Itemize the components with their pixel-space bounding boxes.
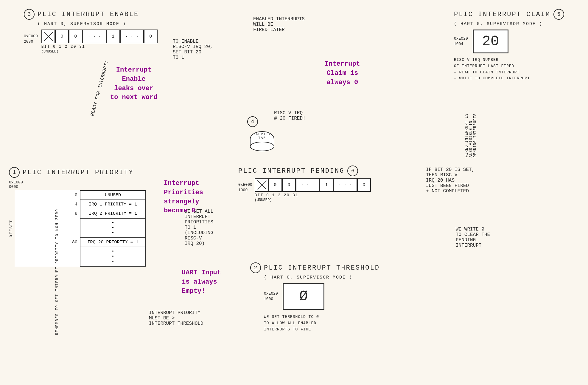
priority-side-note: REMEMBER TO SET INTERRUPT PRIORITY TO NO…	[55, 209, 59, 335]
section-interrupt-enable: 3 PLIC INTERRUPT ENABLE ( HART 0, SUPERV…	[24, 9, 158, 54]
enable-title: PLIC INTERRUPT ENABLE	[38, 11, 139, 18]
enable-reg-cell-20: 1	[106, 30, 120, 43]
enabled-interrupts-note: ENABLED INTERRUPTSWILL BEFIRED LATER	[253, 16, 305, 33]
circle-5: 5	[553, 9, 564, 20]
offset-0: 0	[15, 191, 80, 200]
table-row: 4 IRQ 1 PRIORITY = 1	[15, 200, 146, 209]
section-interrupt-priority: 1 PLIC INTERRUPT PRIORITY 0xE0000000 OFF…	[9, 167, 146, 267]
claim-irq-note: RISC-V IRQ NUMBEROF INTERRUPT LAST FIRED…	[454, 57, 564, 82]
offset-8: 8	[15, 209, 80, 218]
table-row: •••	[15, 247, 146, 266]
row-irq1: IRQ 1 PRIORITY = 1	[80, 200, 146, 209]
offset-dots1	[15, 218, 80, 238]
write-0-note: WE WRITE ØTO CLEAR THEPENDINGINTERRUPT	[456, 227, 490, 248]
threshold-value: Ø	[299, 288, 308, 304]
claim-subtitle: ( HART 0, SUPERVISOR MODE )	[454, 21, 564, 27]
pending-unused: (UNUSED)	[255, 198, 371, 202]
pending-address: 0xE0001000	[238, 182, 252, 193]
priority-table: 0 UNUSED 4 IRQ 1 PRIORITY = 1 8 IRQ 2 PR…	[15, 190, 146, 267]
pending-reg-dots2: · · ·	[333, 178, 357, 192]
claim-value: 20	[482, 33, 499, 50]
button-label: TAPPITYTAP	[253, 132, 271, 140]
main-page: 3 PLIC INTERRUPT ENABLE ( HART 0, SUPERV…	[0, 0, 588, 385]
section-interrupt-threshold: 2 PLIC INTERRUPT THRESHOLD ( HART 0, SUP…	[250, 262, 380, 333]
threshold-address: 0xE0201000	[264, 291, 278, 302]
offset-4: 4	[15, 200, 80, 209]
pending-reg-cell-31: 0	[357, 178, 371, 192]
interrupt-claim-label: InterruptClaim isalways 0	[325, 60, 360, 87]
uart-label: UART Inputis alwaysEmpty!	[182, 268, 221, 296]
threshold-subtitle: ( HART 0, SUPERVISOR MODE )	[264, 275, 380, 280]
pending-reg-cell-1: 0	[268, 178, 282, 192]
threshold-note: WE SET THRESHOLD TO ØTO ALLOW ALL ENABLE…	[264, 314, 380, 333]
claim-address: 0xE0201004	[454, 36, 468, 47]
section-interrupt-pending: PLIC INTERRUPT PENDING 6 0xE0001000 0 0 …	[238, 166, 371, 202]
enable-reg-cell-2: 0	[69, 30, 83, 43]
pending-reg-cell-2: 0	[282, 178, 296, 192]
enable-address: 0xE0002080	[24, 34, 38, 44]
offset-label: OFFSET	[9, 220, 13, 237]
claim-title: PLIC INTERRUPT CLAIM	[454, 11, 550, 18]
circle-3: 3	[24, 9, 35, 20]
table-row: 0 UNUSED	[15, 191, 146, 200]
enable-reg-cell-31: 0	[144, 30, 158, 43]
row-dots1: •••	[80, 218, 146, 238]
ready-for-interrupt: READY FOR INTERRUPT!	[90, 60, 110, 117]
circle-6: 6	[347, 166, 358, 176]
fired-interrupt-note: FIRED INTERRUPT ISALSO VISIBLE INPENDING…	[465, 113, 477, 157]
enable-subtitle: ( HART 0, SUPERVISOR MODE )	[38, 21, 158, 27]
offset-dots2	[15, 247, 80, 266]
threshold-value-box: Ø	[283, 283, 324, 310]
enable-reg-cell-1: 0	[55, 30, 69, 43]
priority-note: INTERRUPT PRIORITYMUST BE >INTERRUPT THR…	[149, 310, 203, 326]
pending-bits-label: BIT 0 1 2 20 31	[255, 193, 371, 197]
circle-1: 1	[9, 167, 20, 178]
table-row: 8 IRQ 2 PRIORITY = 1	[15, 209, 146, 218]
circle-2: 2	[250, 262, 261, 273]
table-row: 80 IRQ 20 PRIORITY = 1	[15, 238, 146, 247]
row-irq20: IRQ 20 PRIORITY = 1	[80, 238, 146, 247]
pending-title: PLIC INTERRUPT PENDING	[238, 167, 344, 175]
offset-80: 80	[15, 238, 80, 247]
claim-value-box: 20	[473, 30, 508, 53]
enable-reg-dots: · · ·	[83, 30, 106, 43]
interrupt-enable-leak-label: InterruptEnableleaks overto next word	[110, 66, 157, 102]
enable-bit20-note: TO ENABLE RISC-V IRQ 20, SET BIT 20 TO 1	[173, 39, 213, 60]
if-bit20-note: IF BIT 20 IS SET,THEN RISC-VIRQ 20 HASJU…	[426, 167, 475, 194]
row-unused: UNUSED	[80, 191, 146, 200]
risc-v-irq-fired: RISC-V IRQ# 20 FIRED!	[274, 110, 306, 121]
circle-4: 4	[247, 116, 258, 127]
table-row: •••	[15, 218, 146, 238]
enable-bits-label: BIT 0 1 2 20 31	[41, 44, 158, 49]
interrupt-priorities-label: InterruptPrioritiesstrangelybecome 0	[164, 179, 203, 216]
pending-reg-cell-20: 1	[320, 178, 333, 192]
section-button: 4 TAPPITYTAP	[247, 116, 277, 155]
priority-title: PLIC INTERRUPT PRIORITY	[23, 169, 134, 176]
section-interrupt-claim: PLIC INTERRUPT CLAIM 5 ( HART 0, SUPERVI…	[454, 9, 564, 82]
pending-reg-cell-0	[255, 178, 268, 192]
pending-reg-dots: · · ·	[296, 178, 320, 192]
row-dots2: •••	[80, 247, 146, 266]
enable-reg-cell-0	[41, 30, 55, 43]
threshold-title: PLIC INTERRUPT THRESHOLD	[264, 264, 380, 272]
enable-unused: (UNUSED)	[41, 50, 158, 54]
enable-reg-dots2: · · ·	[120, 30, 144, 43]
row-irq2: IRQ 2 PRIORITY = 1	[80, 209, 146, 218]
priority-address: 0xE0000000	[9, 180, 146, 189]
svg-point-6	[250, 142, 274, 151]
